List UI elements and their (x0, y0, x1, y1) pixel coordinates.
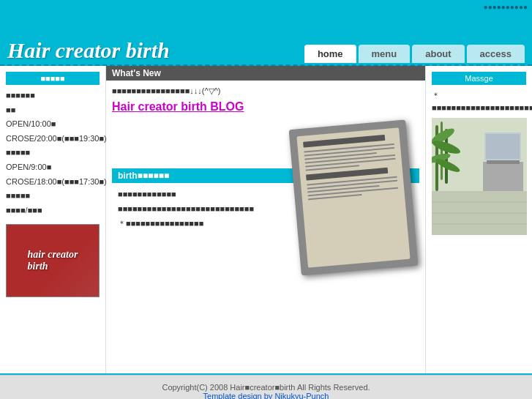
sidebar-line-0: ■■■■■■ (6, 89, 100, 102)
svg-rect-3 (441, 122, 443, 180)
sidebar-line-5: OPEN/9:00■ (6, 161, 100, 174)
sidebar-store-image: hair creatorbirth (6, 224, 100, 297)
main-content: ■■■■■ ■■■■■■ ■■ OPEN/10:00■ CROSE/20:00■… (0, 66, 532, 373)
blog-link[interactable]: Hair creator birth BLOG (112, 100, 244, 113)
sidebar-line-1: ■■ (6, 104, 100, 117)
sidebar-line-8: ■■■■/■■■ (6, 204, 100, 217)
sidebar-line-2: OPEN/10:00■ (6, 118, 100, 131)
newspaper-visual (289, 119, 419, 275)
newspaper-lines (296, 127, 405, 209)
whats-new-header: What's New (106, 66, 425, 81)
center-content: What's New ■■■■■■■■■■■■■■■■↓↓↓(^▽^) Hair… (106, 66, 426, 373)
top-bar: ●●●●●●●●●● (0, 0, 532, 13)
footer: Copyright(C) 2008 Hair■creator■birth All… (0, 375, 532, 399)
svg-rect-12 (486, 134, 520, 159)
sidebar-line-3: CROSE/20:00■(■■■19:30■) (6, 133, 100, 146)
sidebar-line-6: CROSE/18:00■(■■■17:30■) (6, 176, 100, 189)
birth-section: birth■■■■■■ ■■■■■■■■■■■■ ■■■■■■■■■■■■■■■… (112, 168, 419, 235)
top-bar-text: ●●●●●●●●●● (484, 3, 528, 11)
massage-header: Massge (432, 72, 526, 85)
nav-access[interactable]: access (467, 45, 525, 63)
nav-menu[interactable]: menu (359, 45, 411, 63)
store-sign-text: hair creatorbirth (28, 249, 78, 272)
massage-image (432, 118, 527, 235)
store-sign-bg: hair creatorbirth (7, 224, 99, 297)
nav: home menu about access (304, 45, 525, 63)
sidebar-line-4: ■■■■■ (6, 146, 100, 160)
newspaper-image (295, 124, 412, 271)
header: Hair creator birth home menu about acces… (0, 13, 532, 63)
site-title: Hair creator birth (7, 38, 304, 63)
whats-new-intro: ■■■■■■■■■■■■■■■■↓↓↓(^▽^) (112, 86, 419, 96)
sidebar: ■■■■■ ■■■■■■ ■■ OPEN/10:00■ CROSE/20:00■… (0, 66, 106, 373)
nav-home[interactable]: home (304, 45, 356, 63)
template-link[interactable]: Template design by Nikukyu-Punch (203, 392, 329, 399)
nav-about[interactable]: about (412, 45, 464, 63)
salon-svg (432, 118, 527, 235)
sidebar-header: ■■■■■ (6, 72, 100, 85)
newspaper-inner (296, 127, 410, 268)
right-sidebar: Massge ＊■■■■■■■■■■■■■■■■■■■■■■■■■■■■■■ (426, 66, 532, 373)
copyright-text: Copyright(C) 2008 Hair■creator■birth All… (7, 383, 525, 392)
svg-rect-9 (483, 162, 523, 191)
sidebar-line-7: ■■■■■ (6, 190, 100, 203)
massage-text: ＊■■■■■■■■■■■■■■■■■■■■■■■■■■■■■■ (432, 89, 526, 113)
